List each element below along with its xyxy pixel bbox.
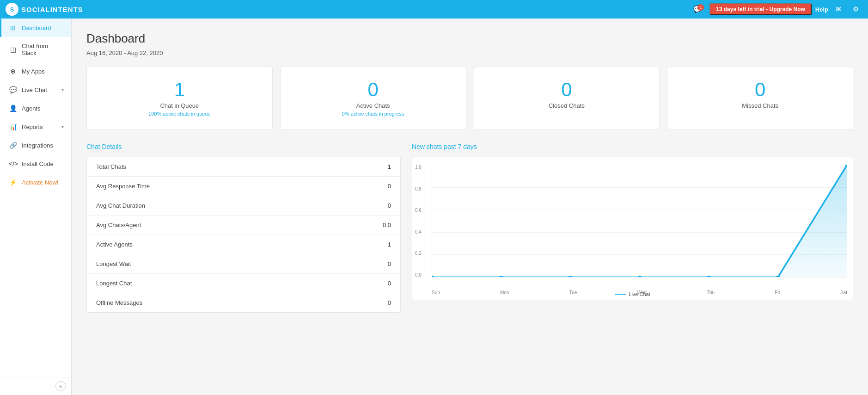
- row-label: Active Agents: [96, 241, 133, 248]
- sidebar-item-chat-from-slack[interactable]: ◫ Chat from Slack: [0, 37, 71, 62]
- table-row: Longest Chat 0: [87, 274, 400, 293]
- table-row: Active Agents 1: [87, 235, 400, 254]
- activate-icon: ⚡: [9, 179, 17, 186]
- sidebar-item-label: Agents: [22, 105, 64, 112]
- table-row: Longest Wait 0: [87, 254, 400, 274]
- sidebar-item-label: Dashboard: [22, 25, 64, 31]
- sidebar-item-label: Reports: [22, 123, 57, 130]
- sidebar-item-integrations[interactable]: 🔗 Integrations: [0, 136, 71, 154]
- sidebar-item-live-chat[interactable]: 💬 Live Chat ▾: [0, 80, 71, 99]
- sidebar-item-label: Live Chat: [22, 86, 57, 93]
- install-code-icon: </>: [9, 160, 17, 167]
- chat-details-table: Total Chats 1 Avg Response Time 0 Avg Ch…: [86, 157, 401, 313]
- sidebar-item-label: Integrations: [22, 142, 64, 149]
- sidebar-item-agents[interactable]: 👤 Agents: [0, 99, 71, 117]
- table-row: Avg Chats/Agent 0.0: [87, 216, 400, 235]
- stat-cards: 1 Chat in Queue 100% active chats in que…: [86, 67, 853, 130]
- stat-card-chat-in-queue: 1 Chat in Queue 100% active chats in que…: [86, 67, 273, 130]
- row-value: 0: [388, 183, 391, 190]
- sidebar-collapse[interactable]: «: [0, 377, 71, 395]
- row-label: Longest Wait: [96, 260, 131, 267]
- settings-button[interactable]: ⚙: [849, 3, 862, 15]
- svg-marker-0: [432, 165, 847, 277]
- row-value: 1: [388, 241, 391, 248]
- stat-card-missed-chats: 0 Missed Chats: [667, 67, 853, 130]
- collapse-button[interactable]: «: [55, 381, 66, 391]
- row-value: 0: [388, 260, 391, 267]
- main-content: Dashboard Aug 16, 2020 - Aug 22, 2020 1 …: [72, 19, 868, 395]
- sidebar-item-label: Chat from Slack: [22, 43, 64, 56]
- sidebar-item-install-code[interactable]: </> Install Code: [0, 154, 71, 173]
- help-button[interactable]: Help: [815, 6, 828, 13]
- chart-title: New chats past 7 days: [412, 143, 853, 150]
- logo-icon: S: [6, 3, 18, 16]
- chart-legend: Live Chat: [615, 291, 650, 297]
- legend-line: [615, 294, 626, 295]
- sidebar-item-label: Activate Now!: [22, 179, 64, 186]
- chart-panel: New chats past 7 days 1.0 0.8 0.6 0.4 0.…: [412, 143, 853, 313]
- row-value: 0.0: [383, 222, 391, 228]
- svg-point-3: [568, 276, 573, 277]
- chat-in-queue-label: Chat in Queue: [96, 102, 263, 109]
- lower-section: Chat Details Total Chats 1 Avg Response …: [86, 143, 853, 313]
- sidebar-item-activate-now[interactable]: ⚡ Activate Now!: [0, 173, 71, 191]
- missed-chats-number: 0: [677, 80, 844, 99]
- chart-y-labels: 1.0 0.8 0.6 0.4 0.2 0.0: [415, 165, 422, 278]
- page-title: Dashboard: [86, 31, 853, 46]
- logo-text: SOCIALINTENTS: [21, 6, 83, 13]
- dashboard-icon: ⊞: [9, 24, 17, 31]
- chevron-down-icon: ▾: [61, 87, 64, 93]
- closed-chats-number: 0: [483, 80, 650, 99]
- chart-area: [432, 165, 847, 278]
- svg-point-4: [638, 276, 642, 277]
- sidebar-item-label: My Apps: [22, 68, 64, 75]
- notifications-button[interactable]: 💬 1: [690, 3, 706, 15]
- sidebar-item-dashboard[interactable]: ⊞ Dashboard: [0, 19, 71, 37]
- reports-icon: 📊: [9, 123, 17, 130]
- row-value: 0: [388, 280, 391, 287]
- integrations-icon: 🔗: [9, 142, 17, 149]
- active-chats-sub: 0% active chats in progress: [290, 111, 457, 117]
- chat-from-slack-icon: ◫: [9, 46, 17, 53]
- legend-label: Live Chat: [629, 291, 650, 297]
- agents-icon: 👤: [9, 105, 17, 112]
- row-label: Avg Chat Duration: [96, 202, 145, 209]
- chart-container: 1.0 0.8 0.6 0.4 0.2 0.0: [412, 157, 853, 300]
- table-row: Offline Messages 0: [87, 293, 400, 312]
- row-label: Total Chats: [96, 163, 126, 170]
- table-row: Avg Response Time 0: [87, 177, 400, 196]
- sidebar-item-reports[interactable]: 📊 Reports ▾: [0, 117, 71, 136]
- row-label: Avg Response Time: [96, 183, 150, 190]
- date-range: Aug 16, 2020 - Aug 22, 2020: [86, 49, 853, 56]
- chat-details-panel: Chat Details Total Chats 1 Avg Response …: [86, 143, 401, 313]
- main-layout: ⊞ Dashboard ◫ Chat from Slack ⊕ My Apps …: [0, 19, 868, 395]
- sidebar-item-label: Install Code: [22, 160, 64, 167]
- stat-card-closed-chats: 0 Closed Chats: [474, 67, 660, 130]
- row-value: 1: [388, 163, 391, 170]
- topbar: S SOCIALINTENTS 💬 1 13 days left in tria…: [0, 0, 868, 19]
- table-row: Total Chats 1: [87, 157, 400, 177]
- logo: S SOCIALINTENTS: [6, 3, 83, 16]
- row-label: Avg Chats/Agent: [96, 222, 141, 228]
- row-label: Longest Chat: [96, 280, 132, 287]
- svg-point-2: [499, 276, 503, 277]
- svg-point-7: [845, 165, 847, 166]
- notification-badge: 1: [697, 4, 704, 11]
- svg-point-5: [707, 276, 711, 277]
- chat-details-title: Chat Details: [86, 143, 401, 150]
- sidebar-item-my-apps[interactable]: ⊕ My Apps: [0, 62, 71, 80]
- chart-svg: [432, 165, 847, 277]
- live-chat-icon: 💬: [9, 86, 17, 93]
- row-value: 0: [388, 202, 391, 209]
- topbar-right: 💬 1 13 days left in trial - Upgrade Now …: [690, 3, 862, 15]
- table-row: Avg Chat Duration 0: [87, 196, 400, 216]
- mail-button[interactable]: ✉: [832, 3, 845, 15]
- active-chats-label: Active Chats: [290, 102, 457, 109]
- row-label: Offline Messages: [96, 299, 142, 306]
- chat-in-queue-number: 1: [96, 80, 263, 99]
- trial-upgrade-button[interactable]: 13 days left in trial - Upgrade Now: [709, 3, 812, 15]
- chat-in-queue-sub: 100% active chats in queue: [96, 111, 263, 117]
- active-chats-number: 0: [290, 80, 457, 99]
- my-apps-icon: ⊕: [9, 68, 17, 75]
- missed-chats-label: Missed Chats: [677, 102, 844, 109]
